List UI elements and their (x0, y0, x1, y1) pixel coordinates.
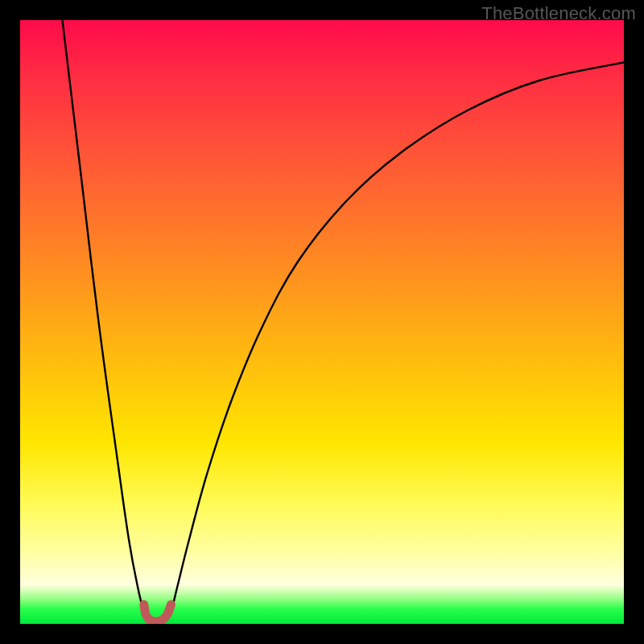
valley-marker (144, 605, 171, 621)
right-branch-curve (167, 63, 625, 621)
left-branch-curve (63, 20, 149, 621)
chart-frame: TheBottleneck.com (0, 0, 644, 644)
watermark-text: TheBottleneck.com (481, 3, 636, 24)
plot-area (20, 20, 624, 624)
curve-layer (20, 20, 624, 624)
